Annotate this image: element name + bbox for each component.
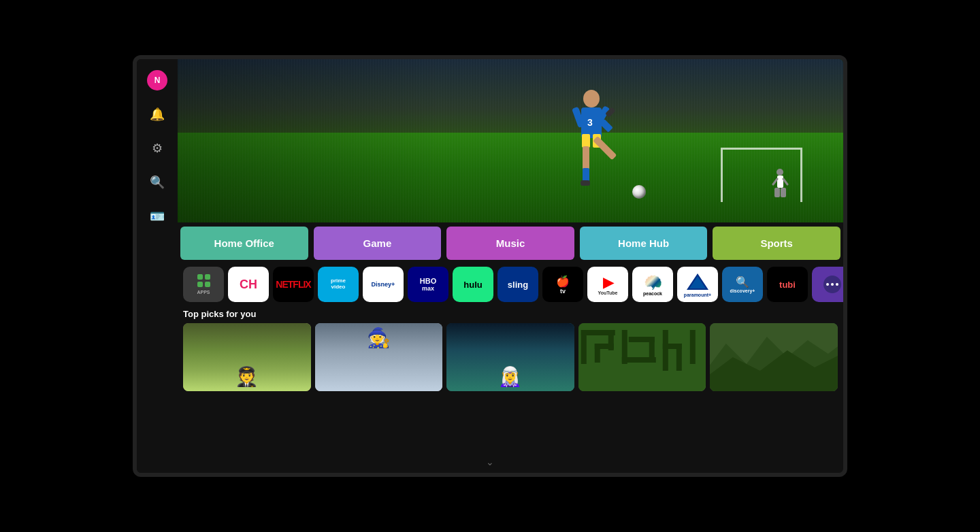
svg-rect-28 (595, 344, 600, 363)
svg-rect-35 (663, 344, 682, 349)
app-prime[interactable]: primevideo (318, 267, 359, 302)
apps-row: APPS CH NETFLIX primevideo Disney+ HBO m… (178, 264, 843, 305)
pick-card-5[interactable] (710, 323, 838, 391)
svg-rect-38 (710, 323, 838, 391)
svg-point-20 (826, 283, 829, 286)
app-tubi[interactable]: tubi (767, 267, 808, 302)
top-picks-title: Top picks for you (183, 309, 838, 319)
settings-icon[interactable]: ⚙ (147, 138, 167, 159)
app-paramount[interactable]: paramount+ (677, 267, 718, 302)
app-netflix[interactable]: NETFLIX (273, 267, 314, 302)
app-hbo[interactable]: HBO max (408, 267, 448, 302)
tv-frame: N 🔔 ⚙ 🔍 🪪 (133, 55, 847, 477)
search-icon[interactable]: 🔍 (147, 172, 167, 193)
app-youtube[interactable]: ▶ YouTube (587, 267, 628, 302)
avatar[interactable]: N (147, 70, 167, 90)
tab-game[interactable]: Game (314, 227, 442, 260)
svg-rect-32 (629, 337, 655, 342)
svg-point-21 (831, 283, 834, 286)
pick-card-1[interactable]: 🧑‍✈️ (183, 323, 311, 391)
pick-card-4[interactable] (578, 323, 706, 391)
svg-rect-36 (690, 330, 696, 364)
profile-icon[interactable]: 🪪 (147, 206, 167, 227)
app-sling[interactable]: sling (497, 267, 538, 302)
bell-icon[interactable]: 🔔 (147, 104, 167, 124)
bottom-arrow: ⌄ (486, 456, 494, 467)
sidebar: N 🔔 ⚙ 🔍 🪪 (137, 59, 178, 473)
pick-card-3[interactable]: 🧝‍♀️ (446, 323, 574, 391)
top-picks-section: Top picks for you 🧑‍✈️ 🧙 🧝‍♀️ (178, 305, 843, 473)
app-apple-tv[interactable]: 🍎 tv (542, 267, 583, 302)
app-ch[interactable]: CH (228, 267, 269, 302)
svg-point-22 (836, 283, 838, 286)
app-more[interactable] (812, 267, 843, 302)
tab-sports[interactable]: Sports (713, 227, 840, 260)
top-picks-grid: 🧑‍✈️ 🧙 🧝‍♀️ (183, 323, 838, 391)
svg-rect-33 (663, 330, 668, 371)
pick-card-2[interactable]: 🧙 (315, 323, 443, 391)
hero-banner: 3 (178, 59, 843, 222)
tab-home-hub[interactable]: Home Hub (580, 227, 708, 260)
tabs-row: Home Office Game Music Home Hub Sports (178, 222, 843, 264)
app-discovery[interactable]: 🔍 discovery+ (722, 267, 763, 302)
tab-music[interactable]: Music (446, 227, 574, 260)
main-content: 3 Home Office Game Music Home Hub Sports… (178, 59, 843, 473)
app-hulu[interactable]: hulu (453, 267, 493, 302)
app-peacock[interactable]: 🦚 peacock (632, 267, 673, 302)
app-all-apps[interactable]: APPS (183, 267, 224, 302)
app-disney[interactable]: Disney+ (363, 267, 404, 302)
tab-home-office[interactable]: Home Office (180, 227, 308, 260)
